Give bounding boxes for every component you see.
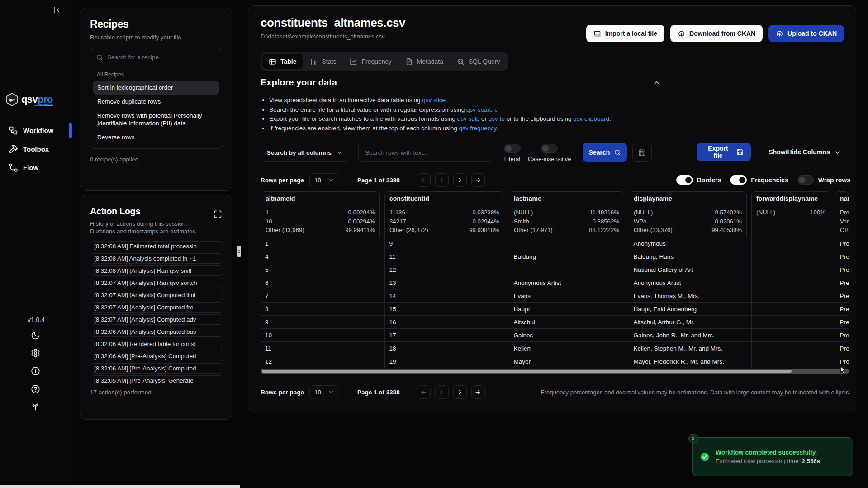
next-page-button[interactable] bbox=[453, 385, 467, 399]
rows-per-page-select[interactable]: 10 bbox=[309, 385, 339, 399]
recipes-applied-count: 0 recipe(s) applied. bbox=[90, 156, 222, 163]
table-icon bbox=[269, 58, 276, 66]
table-cell: Haupt bbox=[509, 303, 629, 316]
bottom-scrollbar[interactable] bbox=[0, 485, 240, 488]
table-row[interactable]: 613Anonymous ArtistAnonymous ArtistPre bbox=[261, 276, 849, 289]
table-row[interactable]: 916AltschulAltschul, Arthur G., Mr.Pre bbox=[261, 316, 849, 329]
literal-toggle[interactable] bbox=[504, 144, 521, 153]
frequency-line: 342170.02944% bbox=[389, 217, 499, 226]
table-row[interactable]: 815HauptHaupt, Enid AnnenbergPre bbox=[261, 303, 849, 316]
last-page-button[interactable] bbox=[471, 385, 485, 399]
search-button[interactable]: Search bbox=[583, 143, 627, 162]
qsv-badge-icon: qsv bbox=[6, 93, 18, 106]
last-page-button[interactable] bbox=[471, 173, 485, 187]
log-entry: [8:32:06 AM] [Pre-Analysis] Computed bbox=[90, 351, 223, 361]
show-hide-columns-button[interactable]: Show/Hide Columns bbox=[759, 143, 850, 161]
recipe-search-input[interactable] bbox=[107, 54, 216, 61]
table-cell: Baldung, Hans bbox=[629, 250, 751, 263]
previous-page-button[interactable] bbox=[435, 173, 449, 187]
tab-metadata[interactable]: Metadata bbox=[399, 54, 450, 69]
import-local-file-button[interactable]: Import a local file bbox=[586, 25, 664, 42]
column-header[interactable]: constituentid bbox=[389, 195, 499, 205]
recipe-item[interactable]: Remove rows with potential Personally Id… bbox=[93, 109, 219, 130]
search-rows-input[interactable] bbox=[358, 143, 493, 162]
table-row[interactable]: 512National Gallery of ArtPre bbox=[261, 263, 849, 276]
table-row[interactable]: 714EvansEvans, Thomas M., Mrs.Pre bbox=[261, 289, 849, 303]
active-nav-indicator bbox=[69, 123, 72, 138]
frequency-line: Smith0.38562% bbox=[514, 217, 619, 226]
table-row[interactable]: 1118KellenKellen, Stephen M., Mr. and Mr… bbox=[261, 342, 849, 355]
qsv-link[interactable]: qsv frequency bbox=[459, 125, 497, 132]
qsv-link[interactable]: qsv to bbox=[489, 115, 505, 122]
log-entry: [8:32:07 AM] [Analysis] Ran qsv sortch bbox=[90, 278, 223, 288]
help-icon[interactable] bbox=[31, 384, 40, 394]
panel-resize-handle[interactable] bbox=[237, 246, 241, 257]
save-search-button[interactable] bbox=[632, 143, 652, 162]
sprout-icon[interactable] bbox=[31, 402, 40, 411]
first-page-button[interactable] bbox=[417, 385, 431, 399]
document-icon bbox=[405, 58, 413, 66]
rows-per-page-select[interactable]: 10 bbox=[309, 173, 339, 187]
frequency-line: Other (26,872)99.93818% bbox=[389, 226, 499, 235]
table-row[interactable]: 411BaldungBaldung, HansPre bbox=[261, 250, 849, 263]
wrap-rows-toggle[interactable] bbox=[797, 175, 814, 185]
column-box: altnameid10.00294%100.00294%Other (33,96… bbox=[261, 191, 380, 237]
download-from-ckan-button[interactable]: Download from CKAN bbox=[670, 25, 763, 42]
table-row[interactable]: 1017GainesGaines, John R., Mr. and Mrs.P… bbox=[261, 329, 849, 342]
tab-sql-query[interactable]: SQL Query bbox=[451, 54, 507, 69]
tab-frequency[interactable]: Frequency bbox=[343, 54, 398, 69]
recipe-item[interactable]: Remove duplicate rows bbox=[93, 95, 219, 109]
table-cell: National Gallery of Art bbox=[629, 263, 751, 276]
scrollbar-thumb[interactable] bbox=[262, 370, 792, 373]
tab-table[interactable]: Table bbox=[262, 54, 303, 69]
recipe-search[interactable] bbox=[90, 48, 222, 66]
sidebar-item-toolbox[interactable]: Toolbox bbox=[9, 142, 53, 155]
upload-icon bbox=[776, 30, 783, 38]
upload-to-ckan-button[interactable]: Upload to CKAN bbox=[768, 25, 844, 42]
column-header[interactable]: displayname bbox=[634, 195, 742, 205]
explore-bullet: If frequencies are enabled, view them at… bbox=[269, 124, 611, 133]
table-cell: 6 bbox=[261, 276, 384, 289]
expand-icon[interactable] bbox=[213, 210, 222, 218]
column-frequency-header: altnameid10.00294%100.00294%Other (33,96… bbox=[261, 191, 849, 237]
sidebar-item-flow[interactable]: Flow bbox=[9, 161, 53, 174]
table-row[interactable]: 19AnonymousPre bbox=[261, 237, 849, 250]
collapse-sidebar-icon[interactable] bbox=[52, 6, 61, 14]
sidebar-item-workflow[interactable]: Workflow bbox=[9, 124, 53, 137]
export-file-button[interactable]: Export file bbox=[697, 143, 751, 161]
info-icon[interactable] bbox=[31, 366, 40, 376]
column-header[interactable]: lastname bbox=[514, 195, 619, 205]
previous-page-button[interactable] bbox=[435, 385, 449, 399]
table-cell: 9 bbox=[261, 316, 384, 329]
dark-mode-moon-icon[interactable] bbox=[31, 331, 40, 340]
table-cell: Altschul bbox=[509, 316, 629, 329]
tab-stats[interactable]: Stats bbox=[304, 54, 343, 69]
settings-gear-icon[interactable] bbox=[31, 348, 40, 358]
file-path: D:\datasets\example\constituents_altname… bbox=[261, 33, 385, 40]
frequencies-toggle[interactable] bbox=[730, 175, 747, 185]
qsv-link[interactable]: qsv search bbox=[466, 106, 496, 113]
chevron-down-icon bbox=[328, 389, 334, 395]
frequency-line: (NULL)11.49216% bbox=[514, 208, 619, 217]
recipe-item[interactable]: Sort in lexicographical order bbox=[93, 81, 219, 95]
file-title: constituents_altnames.csv bbox=[261, 16, 405, 30]
table-cell: Pre bbox=[835, 355, 849, 368]
search-column-select[interactable]: Search by all columns bbox=[261, 143, 349, 162]
qsv-link[interactable]: qsv slice bbox=[422, 97, 446, 104]
save-icon bbox=[736, 148, 744, 156]
chevron-up-icon[interactable] bbox=[652, 79, 661, 88]
column-header[interactable]: altnameid bbox=[266, 195, 375, 205]
column-header[interactable]: forwarddisplayname bbox=[756, 195, 825, 205]
table-row[interactable]: 1219MayerMayer, Frederick R., Mr. and Mr… bbox=[261, 355, 849, 368]
qsv-link[interactable]: qsv clipboard bbox=[573, 115, 609, 122]
frequency-line: 100.00294% bbox=[266, 217, 375, 226]
case-insensitive-toggle[interactable] bbox=[541, 144, 558, 153]
close-icon[interactable] bbox=[688, 434, 698, 443]
qsv-link[interactable]: qsv sqlp bbox=[457, 115, 480, 122]
horizontal-scrollbar[interactable] bbox=[261, 369, 849, 374]
column-header[interactable]: nam bbox=[840, 195, 844, 205]
first-page-button[interactable] bbox=[417, 173, 431, 187]
next-page-button[interactable] bbox=[453, 173, 467, 187]
borders-toggle[interactable] bbox=[676, 175, 693, 185]
recipe-item[interactable]: Reverse rows bbox=[93, 130, 219, 144]
